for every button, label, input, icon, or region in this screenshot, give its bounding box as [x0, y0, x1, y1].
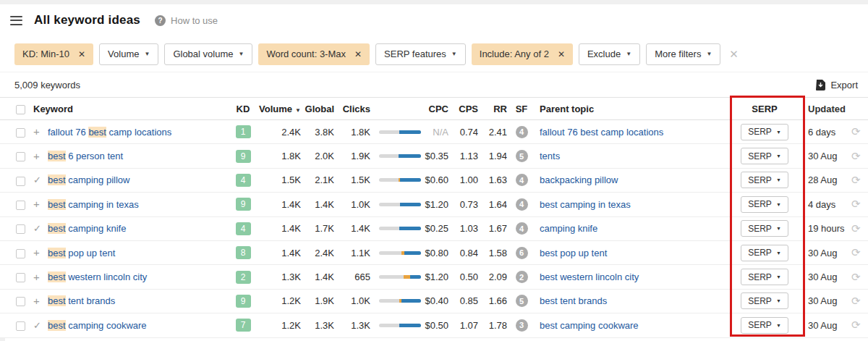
row-checkbox[interactable] — [16, 249, 25, 258]
parent-topic-link[interactable]: best tent brands — [540, 295, 607, 306]
column-header-clicks[interactable]: Clicks — [334, 104, 370, 114]
rr-value: 1.67 — [478, 223, 507, 234]
serp-dropdown-button[interactable]: SERP▼ — [741, 220, 788, 237]
add-keyword-icon[interactable]: + — [33, 151, 40, 162]
keywords-count: 5,009 keywords — [14, 80, 80, 90]
select-all-checkbox[interactable] — [16, 105, 25, 114]
clear-all-filters-icon[interactable]: ✕ — [729, 48, 739, 61]
column-header-rr[interactable]: RR — [478, 104, 507, 114]
column-header-cpc[interactable]: CPC — [421, 104, 448, 114]
keyword-link[interactable]: best camping knife — [48, 223, 126, 234]
refresh-icon[interactable]: ⟳ — [851, 271, 861, 283]
serp-dropdown-button[interactable]: SERP▼ — [741, 148, 788, 164]
column-header-kd[interactable]: KD — [229, 104, 258, 114]
remove-filter-icon[interactable]: ✕ — [354, 49, 362, 59]
remove-filter-icon[interactable]: ✕ — [78, 49, 85, 59]
add-keyword-icon[interactable]: + — [33, 247, 40, 258]
add-keyword-icon[interactable]: ✓ — [33, 174, 41, 185]
refresh-icon[interactable]: ⟳ — [851, 319, 861, 331]
add-keyword-icon[interactable]: ✓ — [33, 320, 41, 331]
serp-dropdown-button[interactable]: SERP▼ — [741, 124, 788, 140]
remove-filter-icon[interactable]: ✕ — [558, 49, 565, 59]
kd-badge: 2 — [236, 271, 251, 284]
refresh-icon[interactable]: ⟳ — [851, 246, 861, 258]
chevron-down-icon: ▼ — [776, 130, 781, 135]
parent-topic-link[interactable]: best pop up tent — [540, 248, 607, 258]
organic-clicks-segment — [400, 203, 421, 206]
column-header-global[interactable]: Global — [301, 104, 334, 114]
keyword-link[interactable]: best pop up tent — [48, 248, 115, 258]
global-value: 3.8K — [301, 127, 334, 138]
serp-dropdown-button[interactable]: SERP▼ — [741, 292, 788, 309]
row-checkbox[interactable] — [16, 177, 25, 186]
row-checkbox[interactable] — [16, 128, 25, 138]
filter-chip[interactable]: Volume ▼ — [99, 43, 158, 65]
column-header-serp[interactable]: SERP — [724, 104, 805, 114]
filter-chip[interactable]: Word count: 3-Max ✕ — [258, 43, 370, 65]
filter-chip[interactable]: More filters ▼ — [646, 43, 720, 65]
parent-topic-link[interactable]: best camping cookware — [540, 320, 639, 331]
serp-dropdown-button[interactable]: SERP▼ — [741, 245, 788, 261]
keyword-link[interactable]: fallout 76 best camp locations — [48, 127, 171, 138]
clicks-distribution-bar — [379, 324, 421, 327]
serp-dropdown-button[interactable]: SERP▼ — [741, 317, 788, 334]
keyword-link[interactable]: best western lincoln city — [48, 271, 147, 282]
serp-dropdown-button[interactable]: SERP▼ — [741, 269, 788, 285]
serp-dropdown-button[interactable]: SERP▼ — [741, 172, 788, 188]
keyword-text-pre: fallout 76 — [48, 127, 88, 138]
keyword-text-highlight: best — [48, 320, 66, 331]
column-header-sf[interactable]: SF — [507, 104, 536, 114]
keyword-link[interactable]: best camping in texas — [48, 199, 139, 210]
refresh-icon[interactable]: ⟳ — [851, 174, 861, 186]
export-button[interactable]: Export — [816, 80, 858, 90]
row-checkbox[interactable] — [16, 152, 25, 161]
row-checkbox[interactable] — [16, 297, 25, 306]
refresh-icon[interactable]: ⟳ — [851, 198, 861, 210]
chevron-down-icon: ▼ — [776, 226, 781, 231]
keyword-link[interactable]: best camping cookware — [48, 320, 147, 331]
sf-badge: 2 — [516, 271, 528, 283]
column-header-parent-topic[interactable]: Parent topic — [536, 104, 724, 114]
row-checkbox[interactable] — [16, 273, 25, 282]
parent-topic-link[interactable]: backpacking pillow — [540, 174, 618, 185]
clicks-value: 1.1K — [334, 248, 370, 258]
parent-topic-link[interactable]: best western lincoln city — [540, 271, 639, 282]
keyword-link[interactable]: best tent brands — [48, 295, 115, 306]
filter-chip[interactable]: Include: Any of 2 ✕ — [472, 43, 573, 65]
add-keyword-icon[interactable]: + — [33, 126, 40, 138]
how-to-use-link[interactable]: ? How to use — [155, 15, 218, 26]
parent-topic-link[interactable]: best camping in texas — [540, 199, 631, 210]
refresh-icon[interactable]: ⟳ — [851, 295, 861, 307]
add-keyword-icon[interactable]: + — [33, 198, 40, 210]
keyword-link[interactable]: best camping pillow — [48, 174, 129, 185]
filter-chip[interactable]: KD: Min-10 ✕ — [14, 43, 93, 65]
column-header-updated[interactable]: Updated — [805, 104, 851, 114]
organic-clicks-segment — [399, 154, 421, 158]
add-keyword-icon[interactable]: ✓ — [33, 223, 41, 234]
row-checkbox[interactable] — [16, 201, 25, 210]
serp-dropdown-button[interactable]: SERP▼ — [741, 196, 788, 213]
parent-topic-link[interactable]: tents — [540, 151, 560, 161]
sf-badge: 6 — [516, 247, 528, 259]
keyword-ideas-page: All keyword ideas ? How to use KD: Min-1… — [0, 0, 868, 341]
filter-chip[interactable]: Global volume ▼ — [164, 43, 252, 65]
row-checkbox[interactable] — [16, 224, 25, 234]
menu-icon[interactable] — [10, 16, 22, 25]
parent-topic-link[interactable]: camping knife — [540, 223, 597, 234]
column-header-volume[interactable]: Volume▼ — [258, 104, 301, 114]
global-value: 2.4K — [301, 248, 334, 258]
volume-value: 1.4K — [258, 199, 301, 210]
filter-chip[interactable]: SERP features ▼ — [375, 43, 466, 65]
column-header-keyword[interactable]: Keyword — [33, 104, 229, 114]
serp-button-label: SERP — [748, 224, 772, 234]
refresh-icon[interactable]: ⟳ — [851, 125, 861, 138]
refresh-icon[interactable]: ⟳ — [851, 222, 861, 235]
column-header-cps[interactable]: CPS — [448, 104, 478, 114]
refresh-icon[interactable]: ⟳ — [851, 150, 861, 162]
keyword-link[interactable]: best 6 person tent — [48, 151, 123, 161]
add-keyword-icon[interactable]: + — [33, 271, 40, 283]
parent-topic-link[interactable]: fallout 76 best camp locations — [540, 127, 663, 138]
row-checkbox[interactable] — [16, 321, 25, 331]
add-keyword-icon[interactable]: + — [33, 295, 40, 307]
filter-chip[interactable]: Exclude ▼ — [579, 43, 640, 65]
